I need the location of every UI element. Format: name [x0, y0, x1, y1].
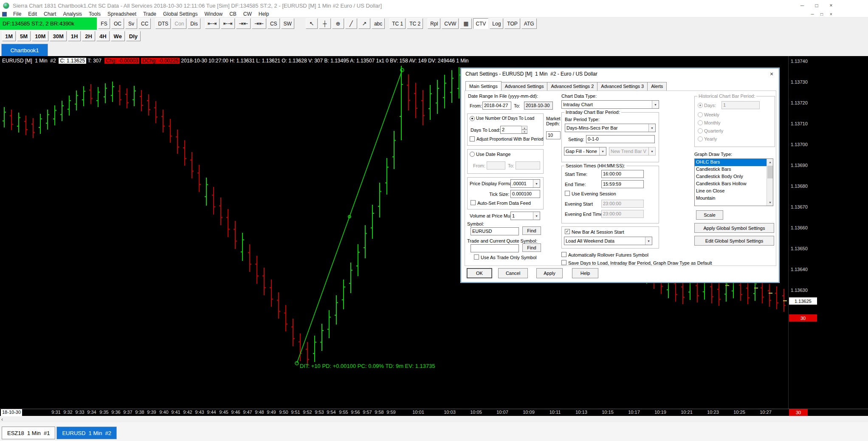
- menu-analysis[interactable]: Analysis: [59, 11, 85, 17]
- crosshair-tool-icon[interactable]: ┼: [319, 18, 331, 29]
- historical-monthly-radio[interactable]: [698, 120, 703, 125]
- historical-days-field[interactable]: 1: [721, 101, 760, 109]
- price-display-format-select[interactable]: .00001▼: [510, 179, 540, 188]
- symbol-find-button[interactable]: Find: [522, 226, 541, 235]
- graph-draw-option[interactable]: OHLC Bars: [695, 159, 767, 166]
- edit-global-symbol-settings-button[interactable]: Edit Global Symbol Settings: [694, 236, 774, 246]
- range-from-field[interactable]: [487, 161, 505, 170]
- child-restore-icon[interactable]: □: [817, 11, 826, 17]
- evening-end-field[interactable]: 23:00:00: [601, 210, 644, 218]
- timeframe-4h[interactable]: 4H: [96, 31, 110, 41]
- chartbook-tab[interactable]: Chartbook1: [1, 44, 48, 56]
- full-screen-button[interactable]: FS: [98, 18, 110, 29]
- apply-button[interactable]: Apply: [536, 268, 563, 278]
- quote-find-button[interactable]: Find: [522, 243, 541, 252]
- help-button[interactable]: Help: [572, 268, 598, 278]
- timeframe-1m[interactable]: 1M: [2, 31, 16, 41]
- evening-start-field[interactable]: 23:00:00: [601, 200, 644, 208]
- attached-orders-button[interactable]: ATG: [521, 18, 537, 29]
- menu-file[interactable]: File: [10, 11, 25, 17]
- minimize-icon[interactable]: ─: [795, 0, 809, 11]
- menu-help[interactable]: Help: [255, 11, 273, 17]
- menu-cw[interactable]: CW: [240, 11, 255, 17]
- tab-advanced-settings-3[interactable]: Advanced Settings 3: [597, 82, 648, 91]
- open-chartbook-button[interactable]: OC: [111, 18, 124, 29]
- days-spin-up-icon[interactable]: ▲: [521, 126, 527, 130]
- replay-button[interactable]: Rpl: [428, 18, 440, 29]
- tab-main-settings[interactable]: Main Settings: [465, 81, 502, 91]
- bar-spacing-increase-fill-icon[interactable]: ⇤⇥: [221, 18, 235, 29]
- graph-draw-type-list[interactable]: OHLC BarsCandlestick BarsCandlestick Bod…: [694, 158, 773, 206]
- graph-draw-option[interactable]: Line on Close: [695, 188, 767, 195]
- weekend-data-select[interactable]: Load All Weekend Data▼: [564, 237, 652, 245]
- setting-field[interactable]: 0-1-0: [586, 135, 655, 143]
- graph-draw-option[interactable]: Candlestick Bars Hollow: [695, 181, 767, 188]
- line-tool-icon[interactable]: ╱: [345, 18, 357, 29]
- close-chart-button[interactable]: CC: [138, 18, 151, 29]
- tick-size-field[interactable]: 0.000100: [510, 190, 540, 198]
- start-time-field[interactable]: 16:00:00: [601, 170, 644, 178]
- save-default-checkbox[interactable]: [561, 260, 566, 265]
- menu-global-settings[interactable]: Global Settings: [160, 11, 201, 17]
- list-scrollbar[interactable]: ▲ ▼: [767, 159, 773, 206]
- timeframe-2h[interactable]: 2H: [82, 31, 95, 41]
- use-date-range-radio[interactable]: [470, 152, 475, 157]
- trade-quote-symbol-field[interactable]: [471, 244, 519, 252]
- chart-tab-esz18[interactable]: ESZ18 1 Min #1: [2, 427, 55, 439]
- apply-global-symbol-settings-button[interactable]: Apply Global Symbol Settings: [694, 223, 774, 233]
- new-trend-bar-select[interactable]: New Trend Bar V▼: [609, 147, 656, 155]
- new-bar-session-checkbox[interactable]: ✓: [565, 229, 570, 234]
- timeframe-we[interactable]: We: [111, 31, 125, 41]
- graph-draw-option[interactable]: Candlestick Bars: [695, 166, 767, 173]
- topmost-button[interactable]: TOP: [504, 18, 520, 29]
- tool-config-1-button[interactable]: TC 1: [389, 18, 406, 29]
- timeframe-10m[interactable]: 10M: [32, 31, 48, 41]
- market-depth-field[interactable]: 10: [546, 131, 561, 139]
- historical-days-radio[interactable]: [698, 103, 703, 108]
- timeframe-30m[interactable]: 30M: [50, 31, 66, 41]
- scale-button[interactable]: Scale: [696, 210, 723, 220]
- timeframe-dly[interactable]: Dly: [126, 31, 141, 41]
- tab-advanced-settings-2[interactable]: Advanced Settings 2: [547, 82, 597, 91]
- tab-advanced-settings[interactable]: Advanced Settings: [502, 82, 548, 91]
- chart-trade-values-button[interactable]: CTV: [473, 18, 488, 29]
- use-evening-session-checkbox[interactable]: [565, 191, 570, 196]
- bar-period-type-select[interactable]: Days-Mins-Secs Per Bar▼: [565, 124, 656, 132]
- trade-volume-window-icon[interactable]: ▦: [460, 18, 472, 29]
- bar-spacing-decrease-icon[interactable]: ⇥⇤: [236, 18, 251, 29]
- days-spin-down-icon[interactable]: ▼: [521, 130, 527, 133]
- cancel-button[interactable]: Cancel: [498, 268, 528, 278]
- historical-quarterly-radio[interactable]: [698, 128, 703, 133]
- historical-yearly-radio[interactable]: [698, 136, 703, 141]
- date-from-field[interactable]: 2018-04-27: [482, 102, 511, 110]
- menu-spreadsheet[interactable]: Spreadsheet: [104, 11, 140, 17]
- date-to-field[interactable]: 2018-10-30: [524, 102, 553, 110]
- menu-tools[interactable]: Tools: [85, 11, 104, 17]
- symbol-window-button[interactable]: SW: [281, 18, 294, 29]
- ray-tool-icon[interactable]: ↗: [358, 18, 370, 29]
- volume-at-price-mult-select[interactable]: 1▼: [510, 212, 540, 220]
- gap-fill-select[interactable]: Gap Fill - None▼: [564, 147, 606, 155]
- chart-data-type-select[interactable]: Intraday Chart▼: [561, 100, 659, 109]
- tool-config-2-button[interactable]: TC 2: [407, 18, 423, 29]
- bar-spacing-decrease-fill-icon[interactable]: ⇥⇤: [252, 18, 266, 29]
- timeframe-1h[interactable]: 1H: [68, 31, 81, 41]
- bar-spacing-increase-icon[interactable]: ⇤⇥: [205, 18, 220, 29]
- chart-settings-button[interactable]: CS: [268, 18, 280, 29]
- graph-draw-option[interactable]: Mountain: [695, 195, 767, 202]
- maximize-icon[interactable]: □: [809, 0, 824, 11]
- connect-button[interactable]: Con: [172, 18, 186, 29]
- save-button[interactable]: Sv: [125, 18, 137, 29]
- dialog-title-bar[interactable]: Chart Settings - EURUSD [M] 1 Min #2 - E…: [461, 68, 779, 79]
- adjust-proportional-checkbox[interactable]: [470, 136, 475, 141]
- menu-trade[interactable]: Trade: [140, 11, 160, 17]
- tab-alerts[interactable]: Alerts: [648, 82, 667, 91]
- text-tool-button[interactable]: abc: [372, 18, 385, 29]
- scroll-left-icon[interactable]: ‹: [1, 416, 3, 422]
- child-minimize-icon[interactable]: ─: [808, 11, 817, 17]
- menu-cb[interactable]: CB: [226, 11, 240, 17]
- ok-button[interactable]: OK: [467, 268, 492, 278]
- pointer-tool-icon[interactable]: ↖: [306, 18, 318, 29]
- use-days-radio[interactable]: [470, 116, 475, 121]
- chart-window-icon[interactable]: [2, 12, 7, 17]
